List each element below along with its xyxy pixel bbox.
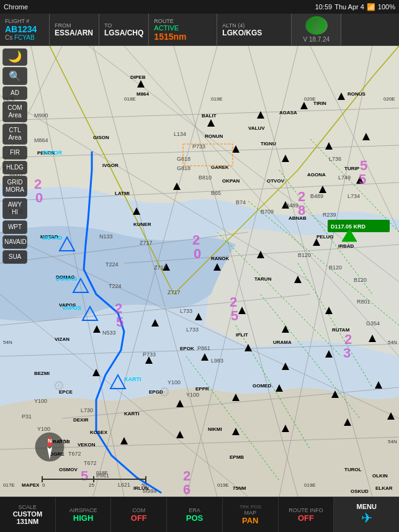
- era-button[interactable]: ERA POS: [167, 497, 223, 532]
- svg-text:IPLIT: IPLIT: [236, 332, 248, 338]
- svg-text:019E: 019E: [217, 482, 229, 488]
- svg-text:EPCE: EPCE: [59, 389, 73, 395]
- menu-label: MENU: [356, 503, 376, 510]
- route-label: ROUTE: [154, 18, 212, 24]
- com-value: OFF: [131, 513, 147, 523]
- svg-text:Y100: Y100: [168, 379, 181, 385]
- scale-value: CUSTOM: [13, 510, 42, 518]
- svg-text:OKPAN: OKPAN: [222, 178, 240, 184]
- svg-point-1: [312, 17, 321, 34]
- map-area[interactable]: ⚙ ⚙ M607 M865 M864 M990 L736 L749 L734 L…: [0, 46, 399, 497]
- version-segment[interactable]: V 18.7.24: [292, 14, 341, 45]
- svg-text:KUNER: KUNER: [133, 222, 151, 227]
- svg-text:URAMA: URAMA: [273, 340, 292, 345]
- svg-text:PELUG: PELUG: [316, 234, 334, 240]
- menu-icon: ✈: [361, 510, 372, 526]
- night-mode-button[interactable]: 🌙: [2, 48, 27, 66]
- svg-text:6: 6: [183, 482, 191, 497]
- map-button[interactable]: TRK POS MAP PAN: [223, 497, 279, 532]
- search-button[interactable]: 🔍: [2, 67, 27, 85]
- awy-hi-button[interactable]: AWY HI: [2, 198, 27, 219]
- from-label: FROM: [55, 22, 94, 29]
- svg-text:RANOK: RANOK: [211, 256, 230, 261]
- ctl-area-button[interactable]: CTLArea: [2, 124, 27, 145]
- com-area-button[interactable]: COMArea: [2, 101, 27, 122]
- sua-button[interactable]: SUA: [2, 250, 27, 264]
- svg-text:TURIP: TURIP: [344, 166, 360, 171]
- svg-text:L736: L736: [329, 156, 341, 162]
- to-label: TO: [104, 22, 143, 29]
- svg-text:KARTI: KARTI: [124, 411, 139, 417]
- svg-text:018E: 018E: [96, 470, 108, 476]
- svg-text:DEXIR: DEXIR: [73, 417, 89, 423]
- flight-label: FLIGHT #: [5, 18, 44, 24]
- svg-text:020E: 020E: [383, 96, 395, 102]
- menu-button[interactable]: MENU ✈: [334, 497, 399, 532]
- svg-text:Y100: Y100: [186, 392, 199, 398]
- svg-text:R801: R801: [357, 299, 370, 305]
- svg-text:L733: L733: [186, 327, 199, 333]
- scale-label: SCALE: [19, 504, 37, 510]
- compass-rose: N: [34, 431, 65, 462]
- svg-text:B120: B120: [329, 264, 342, 271]
- svg-text:Z717: Z717: [168, 289, 181, 295]
- svg-text:3: 3: [343, 345, 351, 361]
- svg-text:OLKIN: OLKIN: [372, 473, 388, 479]
- ad-button[interactable]: AD: [2, 86, 27, 100]
- hldg-button[interactable]: HLDG: [2, 161, 27, 174]
- wpt-button[interactable]: WPT: [2, 220, 27, 234]
- svg-text:L749: L749: [338, 174, 351, 181]
- airspace-button[interactable]: AIRSPACE HIGH: [56, 497, 112, 532]
- svg-text:VIZAN: VIZAN: [55, 336, 69, 342]
- version-number: V 18.7.24: [303, 36, 330, 43]
- altn-value: LGKO/KGS: [222, 29, 286, 37]
- route-active: ACTIVE: [154, 24, 212, 32]
- svg-text:B65: B65: [211, 190, 221, 196]
- svg-text:Z717: Z717: [140, 240, 153, 246]
- svg-text:B74: B74: [236, 199, 246, 205]
- svg-text:54N: 54N: [388, 439, 397, 444]
- svg-text:G354: G354: [366, 320, 380, 327]
- svg-text:AGONA: AGONA: [307, 172, 326, 178]
- fir-button[interactable]: FIR: [2, 146, 27, 160]
- altn-segment: ALTN (4) LGKO/KGS: [217, 14, 292, 45]
- svg-text:8: 8: [298, 202, 305, 218]
- time-display: 10:59: [315, 3, 333, 11]
- route-info-button[interactable]: ROUTE INFO OFF: [279, 497, 334, 532]
- svg-text:EPOK: EPOK: [180, 346, 194, 351]
- svg-text:L730: L730: [81, 407, 93, 413]
- date-display: Thu Apr 4: [334, 3, 364, 11]
- svg-text:BALIT: BALIT: [202, 113, 217, 119]
- svg-text:M864: M864: [137, 91, 150, 97]
- svg-text:EPMB: EPMB: [230, 454, 244, 460]
- grid-mora-button[interactable]: GRIDMORA: [2, 176, 27, 197]
- svg-text:5: 5: [116, 314, 123, 330]
- map-value: PAN: [242, 516, 258, 525]
- svg-text:BEZMI: BEZMI: [34, 371, 50, 376]
- svg-text:L621: L621: [118, 482, 130, 488]
- cs-display: Cs FCYAB: [5, 34, 44, 41]
- svg-text:VALUV: VALUV: [248, 125, 265, 131]
- route-info-value: OFF: [298, 513, 314, 523]
- flight-number-segment: FLIGHT # AB1234 Cs FCYAB: [0, 14, 50, 45]
- com-button[interactable]: COM OFF: [111, 497, 167, 532]
- navaid-button[interactable]: NAVAID: [2, 235, 27, 249]
- svg-text:ELKAR: ELKAR: [375, 485, 393, 491]
- svg-text:020E: 020E: [304, 96, 316, 102]
- svg-text:L734: L734: [347, 193, 360, 199]
- svg-text:DIPEB: DIPEB: [130, 74, 146, 80]
- svg-point-2: [308, 22, 325, 29]
- map-svg: ⚙ ⚙ M607 M865 M864 M990 L736 L749 L734 L…: [0, 46, 399, 497]
- svg-text:B810: B810: [199, 174, 212, 181]
- svg-text:OSMOV: OSMOV: [59, 467, 78, 472]
- svg-text:MAPEX: MAPEX: [22, 482, 40, 488]
- svg-text:G818: G818: [177, 156, 191, 162]
- svg-text:TIGNU: TIGNU: [261, 141, 276, 147]
- svg-text:0: 0: [194, 246, 201, 261]
- scale-button[interactable]: SCALE CUSTOM 131NM: [0, 497, 56, 532]
- map-sublabel: TRK POS: [240, 504, 261, 510]
- svg-text:TUROL: TUROL: [344, 467, 362, 472]
- era-value: POS: [186, 513, 203, 523]
- altn-label: ALTN (4): [222, 22, 286, 29]
- svg-text:GOMED: GOMED: [253, 383, 271, 389]
